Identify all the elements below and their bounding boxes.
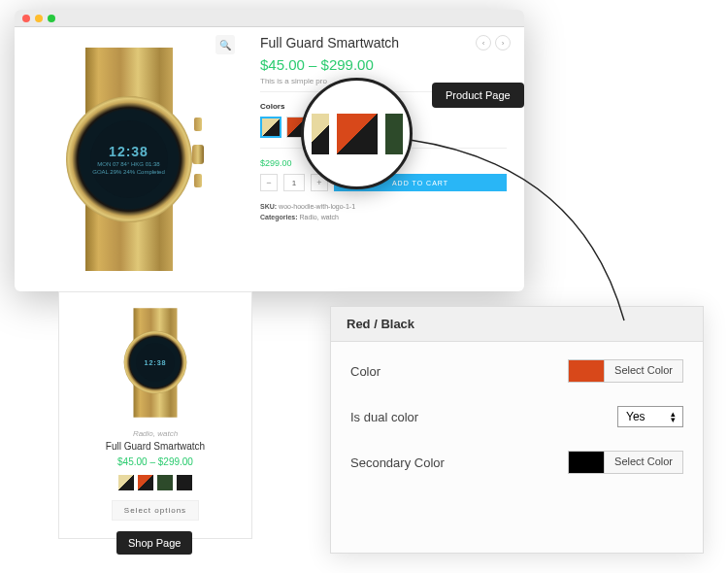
sku-value: woo-hoodie-with-logo-1-1	[279, 203, 355, 210]
select-color-button[interactable]: Select Color	[605, 359, 683, 383]
categories-value: Radio, watch	[299, 214, 338, 220]
prev-product-button[interactable]: ‹	[476, 35, 491, 51]
secondary-color-chip[interactable]	[568, 451, 605, 474]
categories-label: Categories:	[260, 214, 298, 220]
product-page-label: Product Page	[432, 83, 524, 108]
product-image: 12:38 MON 07 84° HKG 01:38 GOAL 29% 24% …	[47, 48, 212, 271]
secondary-label: Secondary Color	[350, 455, 445, 470]
shop-price: $45.00 – $299.00	[117, 456, 193, 467]
magnified-swatch	[337, 114, 378, 154]
dual-label: Is dual color	[350, 410, 418, 424]
qty-decrease-button[interactable]: −	[260, 174, 278, 191]
select-secondary-color-button[interactable]: Select Color	[605, 451, 683, 474]
watch-time: 12:38	[109, 144, 149, 159]
magnified-swatch	[312, 114, 329, 154]
color-swatch[interactable]	[138, 475, 153, 490]
color-chip[interactable]	[568, 359, 605, 383]
magnified-swatch	[385, 114, 403, 154]
maximize-icon[interactable]	[48, 15, 55, 22]
qty-value[interactable]: 1	[283, 174, 305, 191]
shop-title[interactable]: Full Guard Smartwatch	[106, 441, 205, 452]
titlebar	[15, 10, 524, 27]
connector-line	[406, 136, 687, 350]
sku-label: SKU:	[260, 203, 277, 210]
color-swatch[interactable]	[157, 475, 173, 490]
price-range: $45.00 – $299.00	[260, 56, 507, 73]
next-product-button[interactable]: ›	[495, 35, 511, 51]
chevron-updown-icon: ▴▾	[671, 411, 676, 423]
color-swatch[interactable]	[177, 475, 192, 490]
color-label: Color	[350, 364, 381, 379]
select-options-button[interactable]: Select options	[112, 500, 199, 521]
shop-product-image[interactable]: 12:38	[116, 308, 195, 418]
close-icon[interactable]	[22, 15, 30, 22]
magnifier-lens	[301, 78, 413, 189]
shop-swatches	[118, 475, 192, 490]
color-swatch[interactable]	[118, 475, 134, 490]
shop-page-label: Shop Page	[116, 531, 192, 555]
product-title: Full Guard Smartwatch	[260, 35, 507, 51]
watch-row1: MON 07 84° HKG 01:38	[97, 161, 159, 167]
dual-color-select[interactable]: Yes ▴▾	[617, 406, 683, 427]
color-swatch[interactable]	[260, 117, 281, 138]
minimize-icon[interactable]	[35, 15, 43, 22]
secondary-color-row: Secondary Color Select Color	[350, 451, 683, 474]
shop-page-card: 12:38 Radio, watch Full Guard Smartwatch…	[58, 291, 252, 539]
color-row: Color Select Color	[350, 359, 683, 383]
shop-category: Radio, watch	[133, 429, 178, 438]
dual-color-row: Is dual color Yes ▴▾	[350, 406, 683, 427]
zoom-icon[interactable]: 🔍	[215, 35, 235, 54]
watch-row2: GOAL 29% 24% Completed	[92, 169, 164, 175]
product-image-area: 🔍 12:38 MON 07 84° HKG 01:38 GOAL 29% 24…	[15, 27, 243, 291]
